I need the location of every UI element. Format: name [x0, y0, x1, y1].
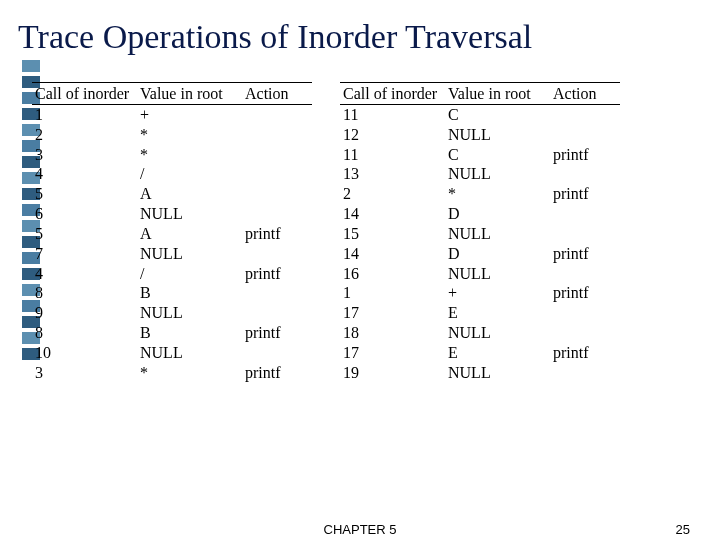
table-row: 4/printf — [32, 264, 312, 284]
cell-value: E — [445, 303, 550, 323]
cell-value: A — [137, 224, 242, 244]
cell-call: 9 — [32, 303, 137, 323]
page-number: 25 — [676, 522, 690, 537]
cell-call: 1 — [340, 283, 445, 303]
cell-call: 17 — [340, 343, 445, 363]
table-row: 8Bprintf — [32, 323, 312, 343]
cell-action — [242, 145, 312, 165]
cell-value: NULL — [445, 363, 550, 383]
table-row: 17Eprintf — [340, 343, 620, 363]
cell-action — [550, 105, 620, 125]
cell-call: 19 — [340, 363, 445, 383]
cell-action: printf — [550, 244, 620, 264]
cell-call: 14 — [340, 244, 445, 264]
cell-action: printf — [242, 264, 312, 284]
col-call: Call of inorder — [32, 83, 137, 105]
cell-action: printf — [550, 343, 620, 363]
cell-call: 2 — [340, 184, 445, 204]
cell-value: D — [445, 244, 550, 264]
cell-call: 3 — [32, 145, 137, 165]
cell-call: 11 — [340, 145, 445, 165]
table-row: 1+ — [32, 105, 312, 125]
cell-value: NULL — [445, 264, 550, 284]
cell-value: NULL — [445, 224, 550, 244]
cell-call: 8 — [32, 323, 137, 343]
cell-action — [242, 164, 312, 184]
table-row: 17E — [340, 303, 620, 323]
cell-action — [550, 264, 620, 284]
table-row: 9NULL — [32, 303, 312, 323]
cell-value: B — [137, 283, 242, 303]
cell-call: 8 — [32, 283, 137, 303]
cell-call: 3 — [32, 363, 137, 383]
cell-action — [242, 204, 312, 224]
cell-action — [242, 105, 312, 125]
cell-value: + — [137, 105, 242, 125]
cell-call: 1 — [32, 105, 137, 125]
cell-action — [242, 303, 312, 323]
trace-table-left: Call of inorder Value in root Action 1+2… — [32, 82, 312, 383]
table-row: 19NULL — [340, 363, 620, 383]
table-row: 13NULL — [340, 164, 620, 184]
cell-value: E — [445, 343, 550, 363]
cell-value: B — [137, 323, 242, 343]
trace-table-right: Call of inorder Value in root Action 11C… — [340, 82, 620, 383]
cell-action — [242, 343, 312, 363]
cell-action — [242, 125, 312, 145]
cell-action: printf — [550, 145, 620, 165]
cell-action: printf — [242, 224, 312, 244]
cell-value: * — [137, 145, 242, 165]
cell-action — [550, 224, 620, 244]
trace-tables: Call of inorder Value in root Action 1+2… — [32, 82, 702, 383]
cell-value: A — [137, 184, 242, 204]
cell-call: 17 — [340, 303, 445, 323]
cell-value: D — [445, 204, 550, 224]
cell-call: 4 — [32, 164, 137, 184]
cell-value: NULL — [445, 125, 550, 145]
col-call: Call of inorder — [340, 83, 445, 105]
cell-action: printf — [242, 323, 312, 343]
cell-action — [550, 125, 620, 145]
cell-value: * — [137, 363, 242, 383]
table-row: 14Dprintf — [340, 244, 620, 264]
cell-call: 15 — [340, 224, 445, 244]
table-row: 18NULL — [340, 323, 620, 343]
cell-call: 6 — [32, 204, 137, 224]
col-value: Value in root — [137, 83, 242, 105]
cell-action: printf — [550, 283, 620, 303]
cell-action — [242, 244, 312, 264]
cell-action — [550, 323, 620, 343]
table-row: 5A — [32, 184, 312, 204]
cell-value: C — [445, 105, 550, 125]
table-row: 3* — [32, 145, 312, 165]
table-row: 14D — [340, 204, 620, 224]
table-row: 5Aprintf — [32, 224, 312, 244]
table-row: 10NULL — [32, 343, 312, 363]
cell-call: 4 — [32, 264, 137, 284]
cell-call: 18 — [340, 323, 445, 343]
cell-action — [550, 164, 620, 184]
cell-action — [550, 204, 620, 224]
cell-value: NULL — [445, 164, 550, 184]
slide-title: Trace Operations of Inorder Traversal — [18, 18, 532, 56]
table-row: 12NULL — [340, 125, 620, 145]
cell-call: 12 — [340, 125, 445, 145]
table-row: 3*printf — [32, 363, 312, 383]
cell-value: * — [137, 125, 242, 145]
table-row: 8B — [32, 283, 312, 303]
chapter-label: CHAPTER 5 — [324, 522, 397, 537]
cell-call: 10 — [32, 343, 137, 363]
cell-action: printf — [242, 363, 312, 383]
cell-action — [550, 303, 620, 323]
cell-action — [242, 184, 312, 204]
cell-call: 7 — [32, 244, 137, 264]
cell-call: 5 — [32, 224, 137, 244]
cell-value: NULL — [137, 244, 242, 264]
cell-call: 14 — [340, 204, 445, 224]
table-row: 11C — [340, 105, 620, 125]
cell-action — [242, 283, 312, 303]
cell-value: NULL — [445, 323, 550, 343]
cell-value: / — [137, 164, 242, 184]
cell-call: 16 — [340, 264, 445, 284]
table-row: 2* — [32, 125, 312, 145]
